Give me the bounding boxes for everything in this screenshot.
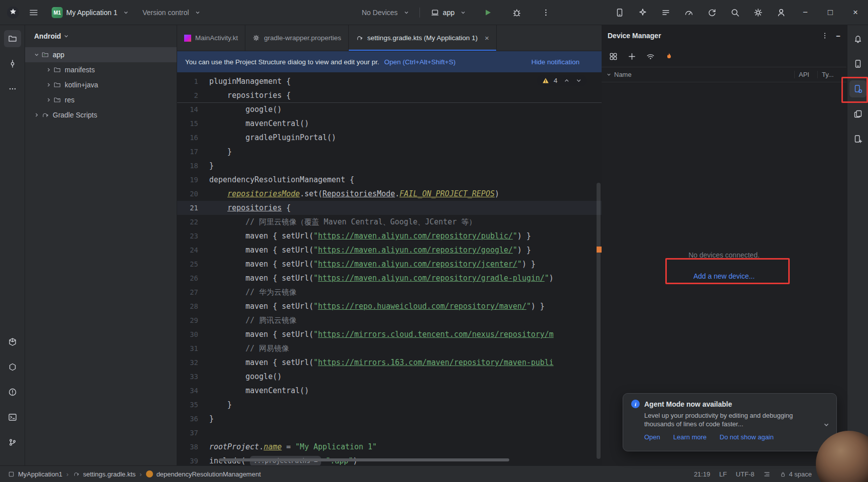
- version-control-tool-button[interactable]: [4, 434, 21, 451]
- horizontal-scrollbar[interactable]: [219, 458, 509, 461]
- terminal-tool-button[interactable]: [4, 409, 21, 426]
- code-line[interactable]: 20 repositoriesMode.set(RepositoriesMode…: [177, 187, 602, 201]
- code-line[interactable]: 34 mavenCentral(): [177, 384, 602, 398]
- code-line[interactable]: 2 repositories {: [177, 88, 602, 102]
- resource-manager-tool-button[interactable]: [849, 131, 866, 148]
- code-review-button[interactable]: [654, 0, 677, 25]
- project-view-selector[interactable]: Android: [25, 25, 177, 47]
- services-tool-button[interactable]: [4, 358, 21, 376]
- debug-button[interactable]: [505, 0, 528, 25]
- indent-widget[interactable]: 4 space: [780, 470, 812, 478]
- code-line[interactable]: 21 repositories {: [177, 201, 602, 215]
- device-selector[interactable]: No Devices: [357, 6, 413, 19]
- banner-open-link[interactable]: Open (Ctrl+Alt+Shift+S): [384, 58, 456, 66]
- tab-close-button[interactable]: ×: [485, 34, 489, 42]
- line-separator-widget[interactable]: LF: [719, 470, 727, 478]
- breadcrumb-project[interactable]: MyApplication1: [8, 470, 62, 478]
- encoding-widget[interactable]: UTF-8: [736, 470, 755, 478]
- tree-item-gradle-scripts[interactable]: Gradle Scripts: [25, 107, 177, 123]
- chevron-expanded-icon[interactable]: [32, 52, 41, 57]
- code-line[interactable]: 26 maven { setUrl("https://maven.aliyun.…: [177, 271, 602, 285]
- close-button[interactable]: ×: [843, 0, 868, 25]
- firebase-button[interactable]: [664, 52, 674, 61]
- tree-item-res[interactable]: res: [25, 92, 177, 107]
- code-line[interactable]: 24 maven { setUrl("https://maven.aliyun.…: [177, 243, 602, 257]
- run-configuration-selector[interactable]: app: [426, 6, 470, 20]
- tab-gradle-wrapper-properties[interactable]: gradle-wrapper.properties: [245, 25, 349, 51]
- banner-hide-link[interactable]: Hide notification: [531, 58, 594, 66]
- project-selector[interactable]: M1 My Application 1: [47, 5, 133, 21]
- project-tool-button[interactable]: [4, 30, 21, 47]
- chevron-collapsed-icon[interactable]: [44, 67, 53, 72]
- problems-tool-button[interactable]: [4, 384, 21, 401]
- panel-options-button[interactable]: [821, 32, 829, 40]
- code-line[interactable]: 23 maven { setUrl("https://maven.aliyun.…: [177, 229, 602, 243]
- code-line[interactable]: 18}: [177, 159, 602, 173]
- code-line[interactable]: 25 maven { setUrl("https://maven.aliyun.…: [177, 257, 602, 271]
- caret-position-widget[interactable]: 21:19: [694, 470, 710, 478]
- popup-learn-more-link[interactable]: Learn more: [673, 433, 706, 441]
- panel-minimize-button[interactable]: −: [836, 32, 840, 40]
- chevron-collapsed-icon[interactable]: [44, 82, 53, 87]
- code-line[interactable]: 27 // 华为云镜像: [177, 285, 602, 299]
- minimize-button[interactable]: −: [793, 0, 818, 25]
- prev-warning-button[interactable]: [564, 78, 569, 83]
- code-line[interactable]: 36}: [177, 412, 602, 426]
- code-line[interactable]: 14 google(): [177, 102, 602, 116]
- collapse-chevron-button[interactable]: [823, 422, 829, 428]
- column-api[interactable]: API: [794, 71, 817, 78]
- code-line[interactable]: 28 maven { setUrl("https://repo.huaweicl…: [177, 299, 602, 313]
- ai-assistant-button[interactable]: [631, 0, 654, 25]
- code-line[interactable]: 17 }: [177, 145, 602, 159]
- code-line[interactable]: 16 gradlePluginPortal(): [177, 131, 602, 145]
- code-line[interactable]: 37: [177, 426, 602, 440]
- tab-settings-gradle-kts[interactable]: settings.gradle.kts (My Application 1) ×: [349, 25, 497, 51]
- add-new-device-link[interactable]: Add a new device...: [602, 272, 846, 280]
- group-devices-button[interactable]: [609, 52, 618, 61]
- add-device-button[interactable]: [627, 52, 637, 61]
- code-line[interactable]: 35 }: [177, 398, 602, 412]
- more-actions-button[interactable]: [534, 0, 557, 25]
- code-editor[interactable]: 1pluginManagement {2 repositories {14 go…: [177, 72, 602, 465]
- code-line[interactable]: 32 maven { setUrl("https://mirrors.163.c…: [177, 355, 602, 370]
- notifications-button[interactable]: [849, 30, 866, 47]
- indent-options-button[interactable]: [763, 470, 771, 478]
- profiler-button[interactable]: [677, 0, 700, 25]
- chevron-collapsed-icon[interactable]: [32, 112, 41, 117]
- chevron-collapsed-icon[interactable]: [44, 97, 53, 102]
- code-line[interactable]: 29 // 腾讯云镜像: [177, 313, 602, 327]
- vertical-scrollbar[interactable]: [597, 183, 601, 459]
- search-everywhere-button[interactable]: [724, 0, 747, 25]
- account-button[interactable]: [770, 0, 793, 25]
- run-button[interactable]: [476, 0, 499, 25]
- code-line[interactable]: 31 // 网易镜像: [177, 341, 602, 355]
- maximize-button[interactable]: □: [818, 0, 843, 25]
- running-devices-button[interactable]: [608, 0, 631, 25]
- tab-mainactivity[interactable]: MainActivity.kt: [177, 25, 245, 51]
- breadcrumb-symbol[interactable]: dependencyResolutionManagement: [146, 470, 261, 478]
- column-type[interactable]: Ty...: [817, 71, 846, 78]
- settings-button[interactable]: [747, 0, 770, 25]
- code-line[interactable]: 15 mavenCentral(): [177, 116, 602, 131]
- next-warning-button[interactable]: [576, 78, 582, 83]
- code-line[interactable]: 38rootProject.name = "My Application 1": [177, 440, 602, 454]
- device-explorer-tool-button[interactable]: [849, 105, 866, 123]
- breadcrumb-file[interactable]: settings.gradle.kts: [73, 470, 136, 478]
- column-name[interactable]: Name: [602, 71, 794, 78]
- code-line[interactable]: 33 google(): [177, 370, 602, 384]
- popup-dismiss-link[interactable]: Do not show again: [719, 433, 774, 441]
- popup-open-link[interactable]: Open: [644, 433, 660, 441]
- gradle-sync-button[interactable]: [700, 0, 724, 25]
- running-devices-tool-button[interactable]: [849, 55, 866, 72]
- tree-item-manifests[interactable]: manifests: [25, 62, 177, 77]
- inspections-widget[interactable]: 4: [537, 75, 587, 86]
- more-tool-windows-button[interactable]: [4, 80, 21, 97]
- code-line[interactable]: 22 // 阿里云镜像（覆盖 Maven Central、Google、JCen…: [177, 215, 602, 229]
- main-menu-button[interactable]: [25, 4, 42, 21]
- device-manager-tool-button[interactable]: [849, 80, 866, 97]
- error-stripe-mark[interactable]: [597, 247, 602, 253]
- tree-item-app[interactable]: app: [25, 47, 177, 62]
- vcs-tool-button[interactable]: [4, 55, 21, 72]
- code-line[interactable]: 19dependencyResolutionManagement {: [177, 173, 602, 187]
- code-line[interactable]: 30 maven { setUrl("https://mirrors.cloud…: [177, 327, 602, 341]
